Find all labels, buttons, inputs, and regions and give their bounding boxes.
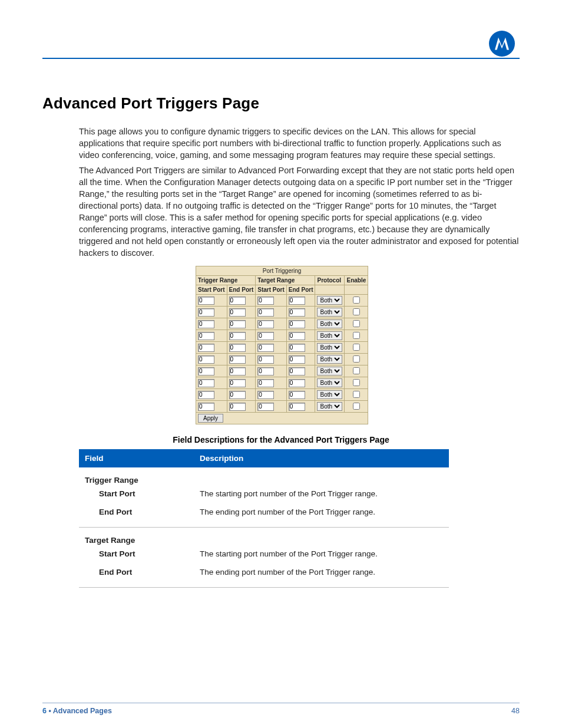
pt-row: Both — [196, 307, 368, 318]
enable-checkbox[interactable] — [353, 308, 360, 315]
protocol-select[interactable]: Both — [317, 355, 342, 364]
footer-page-number: 48 — [511, 707, 520, 715]
target-start-input[interactable] — [257, 308, 274, 317]
target-end-input[interactable] — [289, 344, 305, 352]
trigger-start-input[interactable] — [198, 344, 214, 352]
trigger-end-input[interactable] — [229, 403, 246, 411]
target-end-input[interactable] — [289, 297, 305, 305]
target-start-input[interactable] — [257, 403, 274, 411]
target-start-input[interactable] — [257, 391, 274, 399]
protocol-select[interactable]: Both — [317, 343, 342, 352]
protocol-select[interactable]: Both — [317, 378, 342, 387]
trigger-end-input[interactable] — [229, 355, 246, 364]
enable-checkbox[interactable] — [353, 379, 360, 386]
footer-chapter-number: 6 — [42, 707, 47, 715]
trigger-end-input[interactable] — [229, 379, 246, 387]
header-rule — [42, 58, 520, 59]
pt-port-cell — [256, 318, 287, 330]
pt-row: Both — [196, 295, 368, 307]
target-end-input[interactable] — [289, 320, 305, 328]
target-end-input[interactable] — [289, 391, 305, 399]
pt-row: Both — [196, 389, 368, 401]
pt-enable-cell — [345, 330, 368, 342]
pt-port-cell — [196, 401, 227, 413]
apply-button[interactable]: Apply — [198, 414, 223, 423]
target-start-input[interactable] — [257, 355, 274, 364]
protocol-select[interactable]: Both — [317, 402, 342, 411]
trigger-end-input[interactable] — [229, 332, 246, 340]
trigger-end-input[interactable] — [229, 320, 246, 328]
trigger-start-input[interactable] — [198, 308, 214, 317]
protocol-select[interactable]: Both — [317, 296, 342, 305]
trigger-start-input[interactable] — [198, 332, 214, 340]
trigger-end-input[interactable] — [229, 367, 246, 375]
fd-col-desc: Description — [194, 449, 449, 467]
trigger-end-input[interactable] — [229, 297, 246, 305]
trigger-start-input[interactable] — [198, 367, 214, 375]
trigger-end-input[interactable] — [229, 391, 246, 399]
pt-port-cell — [256, 401, 287, 413]
trigger-start-input[interactable] — [198, 403, 214, 411]
enable-checkbox[interactable] — [353, 344, 360, 351]
target-end-input[interactable] — [289, 332, 305, 340]
enable-checkbox[interactable] — [353, 355, 360, 363]
target-start-input[interactable] — [257, 344, 274, 352]
pt-port-cell — [227, 401, 256, 413]
pt-port-cell — [196, 354, 227, 365]
motorola-m-glyph — [493, 35, 511, 52]
target-start-input[interactable] — [257, 332, 274, 340]
pt-protocol-cell: Both — [315, 307, 345, 318]
protocol-select[interactable]: Both — [317, 308, 342, 317]
fd-field-name: Start Port — [79, 545, 194, 563]
target-start-input[interactable] — [257, 320, 274, 328]
trigger-start-input[interactable] — [198, 320, 214, 328]
fd-col-field: Field — [79, 449, 194, 467]
target-end-input[interactable] — [289, 355, 305, 364]
pt-trigger-start-header: Start Port — [196, 285, 227, 295]
trigger-start-input[interactable] — [198, 297, 214, 305]
trigger-start-input[interactable] — [198, 379, 214, 387]
pt-title: Port Triggering — [196, 266, 368, 276]
protocol-select[interactable]: Both — [317, 367, 342, 375]
trigger-start-input[interactable] — [198, 391, 214, 399]
pt-port-cell — [227, 354, 256, 365]
pt-port-cell — [227, 342, 256, 354]
pt-row: Both — [196, 354, 368, 365]
target-start-input[interactable] — [257, 379, 274, 387]
fd-section-head: Trigger Range — [79, 467, 449, 485]
pt-port-cell — [196, 365, 227, 377]
footer-chapter-title: Advanced Pages — [53, 707, 112, 715]
enable-checkbox[interactable] — [353, 332, 360, 339]
pt-protocol-cell: Both — [315, 389, 345, 401]
fd-field-row: Start PortThe starting port number of th… — [79, 485, 449, 503]
enable-checkbox[interactable] — [353, 367, 360, 374]
enable-checkbox[interactable] — [353, 320, 360, 327]
target-end-input[interactable] — [289, 308, 305, 317]
trigger-end-input[interactable] — [229, 308, 246, 317]
pt-blank1 — [315, 285, 345, 295]
pt-port-cell — [256, 342, 287, 354]
enable-checkbox[interactable] — [353, 391, 360, 398]
pt-enable-cell — [345, 377, 368, 389]
pt-row: Both — [196, 365, 368, 377]
enable-checkbox[interactable] — [353, 403, 360, 410]
trigger-start-input[interactable] — [198, 355, 214, 364]
intro-paragraph-1: This page allows you to configure dynami… — [79, 126, 520, 161]
pt-port-cell — [196, 377, 227, 389]
target-end-input[interactable] — [289, 379, 305, 387]
target-end-input[interactable] — [289, 403, 305, 411]
target-start-input[interactable] — [257, 297, 274, 305]
protocol-select[interactable]: Both — [317, 331, 342, 340]
target-start-input[interactable] — [257, 367, 274, 375]
target-end-input[interactable] — [289, 367, 305, 375]
pt-target-range-header: Target Range — [256, 276, 315, 285]
document-page: Advanced Port Triggers Page This page al… — [0, 0, 562, 728]
trigger-end-input[interactable] — [229, 344, 246, 352]
enable-checkbox[interactable] — [353, 297, 360, 304]
pt-protocol-header: Protocol — [315, 276, 345, 285]
protocol-select[interactable]: Both — [317, 390, 342, 399]
fd-field-row: End PortThe ending port number of the Po… — [79, 503, 449, 521]
fd-field-name: Start Port — [79, 485, 194, 503]
footer-chapter: 6 • Advanced Pages — [42, 707, 112, 715]
protocol-select[interactable]: Both — [317, 319, 342, 328]
